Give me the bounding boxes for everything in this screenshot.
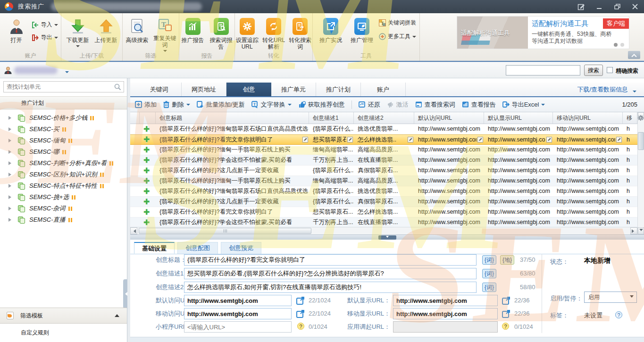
- collapse-panel-button[interactable]: [378, 235, 396, 240]
- table-row[interactable]: ✚{翡翠原石什么样的好}?缅甸一手翡翠原石线上购买缅甸高端翡翠...高端高品质原…: [130, 176, 637, 186]
- expand-icon[interactable]: [8, 161, 13, 165]
- table-row[interactable]: ✚{翡翠原石什么样的好}?缅甸一手翡翠原石线上购买缅甸高端翡翠...高端高品质原…: [130, 145, 637, 155]
- keyword-assemble-button[interactable]: T 关键词拼装: [379, 19, 416, 27]
- get-recommended-button[interactable]: 获取推荐创意: [298, 100, 345, 109]
- global-search-input[interactable]: [506, 65, 580, 75]
- scroll-down-button[interactable]: [638, 227, 644, 234]
- minimize-button[interactable]: [594, 2, 604, 11]
- mobile-url-input[interactable]: [184, 308, 292, 319]
- row-select-cell[interactable]: [130, 217, 140, 227]
- plan-search-box[interactable]: [3, 81, 124, 92]
- conversion-url-parse-button[interactable]: 转化URL解析: [261, 16, 286, 51]
- download-update-button[interactable]: 下载更新: [65, 16, 91, 51]
- plan-item[interactable]: SEMSC-直播: [0, 214, 127, 225]
- plan-item[interactable]: SEMSC-判断+分析+真假+看: [0, 158, 127, 169]
- tab-adgroup[interactable]: 推广单元: [271, 83, 316, 96]
- insert-word-token-button[interactable]: {词}: [482, 255, 496, 265]
- searchword-report-button[interactable]: 搜索词报告: [208, 16, 234, 51]
- expand-icon[interactable]: [8, 184, 13, 188]
- feedback-icon[interactable]: [576, 2, 586, 11]
- open-button[interactable]: 打开: [3, 16, 30, 51]
- show-mobile-input[interactable]: [393, 308, 498, 319]
- tab-creative-image[interactable]: 创意配图: [177, 242, 218, 254]
- add-row-icon[interactable]: ✚: [143, 125, 150, 133]
- edit-icon[interactable]: [302, 137, 308, 142]
- tag-help-icon[interactable]: ?: [615, 311, 622, 318]
- row-select-cell[interactable]: [130, 135, 140, 144]
- account-select-redacted[interactable]: [14, 67, 58, 74]
- row-select-cell[interactable]: [130, 176, 140, 186]
- plan-item[interactable]: SEMSC-买: [0, 124, 127, 135]
- col-cut[interactable]: 移: [623, 112, 637, 124]
- edit-icon[interactable]: [408, 137, 413, 142]
- import-button[interactable]: 导入: [32, 21, 58, 29]
- tab-webaddress[interactable]: 网页地址: [182, 83, 226, 96]
- more-tools-button[interactable]: 更多工具: [379, 33, 416, 41]
- col-desc2[interactable]: 创意描述2: [354, 112, 414, 124]
- search-button[interactable]: 搜索: [584, 65, 603, 76]
- horizontal-scrollbar[interactable]: [130, 227, 637, 234]
- expand-icon[interactable]: [8, 150, 13, 154]
- promotion-report-button[interactable]: 推广报告: [180, 16, 206, 51]
- expand-icon[interactable]: [8, 173, 13, 176]
- close-button[interactable]: [630, 2, 640, 11]
- plan-search-input[interactable]: [7, 83, 110, 91]
- row-select-cell[interactable]: [130, 166, 140, 175]
- add-row-icon[interactable]: ✚: [143, 136, 150, 143]
- export-button[interactable]: 导出: [32, 33, 58, 42]
- conversion-searchword-button[interactable]: 转化搜索词: [288, 16, 312, 51]
- open-link-icon[interactable]: [502, 296, 510, 305]
- account-caret-icon[interactable]: [65, 71, 69, 75]
- show-default-input[interactable]: [393, 295, 498, 306]
- add-row-icon[interactable]: ✚: [143, 188, 150, 195]
- tab-creative-preview[interactable]: 创意预览: [221, 242, 261, 254]
- exact-search-checkbox[interactable]: [607, 67, 613, 73]
- add-row-icon[interactable]: ✚: [143, 167, 150, 175]
- scroll-right-button[interactable]: [630, 227, 637, 234]
- help-icon[interactable]: ?: [502, 323, 509, 330]
- vscroll-thumb[interactable]: [638, 132, 644, 150]
- plan-item[interactable]: SEMSC-特点+特征+特性: [0, 180, 127, 192]
- tab-campaign[interactable]: 推广计划: [316, 83, 361, 96]
- tab-basic-settings[interactable]: 基础设置: [134, 242, 175, 254]
- expand-icon[interactable]: [8, 218, 13, 222]
- table-row[interactable]: ✚{翡翠原石什么样的好}?学会这些不怕被蒙,买前必看千万别再上当...在线直播翡…: [130, 217, 637, 227]
- set-track-url-button[interactable]: 设置追踪URL: [235, 16, 259, 51]
- row-select-cell[interactable]: [130, 197, 140, 207]
- restore-button[interactable]: 还原: [359, 100, 380, 109]
- table-row[interactable]: ✚{翡翠原石什么样的好}?看完文章你就明白了想买翡翠原石..怎么样挑选翡..ht…: [130, 134, 637, 145]
- add-row-icon[interactable]: ✚: [143, 198, 150, 206]
- table-row[interactable]: ✚{翡翠原石什么样的好}?看完文章你就明白了想买翡翠原石...怎么样挑选翡...…: [130, 207, 637, 217]
- scroll-left-button[interactable]: [130, 227, 137, 234]
- plan-item[interactable]: SEMSC-价格+多少钱: [0, 112, 127, 124]
- title-field-input[interactable]: [184, 254, 477, 266]
- delete-button[interactable]: 删除: [163, 100, 190, 109]
- promo-banner[interactable]: 适配解析沟通工具 适配解析沟通工具 客户端 一键解析商务通、53快服、商桥等沟通…: [457, 16, 629, 49]
- promotion-live-button[interactable]: 推广实况: [317, 16, 345, 51]
- table-row[interactable]: ✚{翡翠原石什么样的好}?学会这些不怕被蒙,买前必看千万别再上当...在线直播翡…: [130, 155, 637, 166]
- open-link-icon[interactable]: [296, 296, 305, 305]
- desc1-field-input[interactable]: [184, 268, 477, 279]
- default-url-input[interactable]: [184, 295, 292, 306]
- table-row[interactable]: ✚{翡翠原石什么样的好}?这几点新手一定要收藏{翡翠原石什么...真假翡翠原石.…: [130, 166, 637, 176]
- add-button[interactable]: 添加: [135, 100, 157, 109]
- plan-item[interactable]: SEMSC-区别+知识+识别: [0, 169, 127, 180]
- expand-icon[interactable]: [8, 207, 13, 210]
- text-replace-button[interactable]: T 文字替换: [251, 100, 292, 109]
- col-mobile-url[interactable]: 移动访问URL: [553, 112, 623, 124]
- expand-icon[interactable]: [8, 139, 13, 142]
- tab-keywords[interactable]: 关键词: [137, 83, 182, 96]
- vertical-scrollbar[interactable]: [637, 112, 644, 234]
- activate-button[interactable]: 激活: [387, 100, 409, 109]
- expand-icon[interactable]: [8, 127, 13, 131]
- insert-word-token-button[interactable]: {词}: [482, 283, 496, 292]
- table-row[interactable]: ✚{翡翠原石什么样的好}?缅甸翡翠原石场口直供高品质优选{翡翠原石什么...挑选…: [130, 186, 637, 197]
- advanced-search-button[interactable]: 高级搜索: [124, 16, 151, 51]
- plan-item[interactable]: SEMSC-挑+选: [0, 192, 127, 203]
- sidebar-collapse-handle[interactable]: [123, 279, 127, 309]
- row-select-cell[interactable]: [130, 186, 140, 196]
- col-title[interactable]: 创意标题: [156, 112, 309, 124]
- data-info-link[interactable]: 下载/查看数据信息: [577, 83, 628, 96]
- add-row-icon[interactable]: ✚: [143, 157, 150, 164]
- tab-account[interactable]: 账户: [361, 83, 406, 96]
